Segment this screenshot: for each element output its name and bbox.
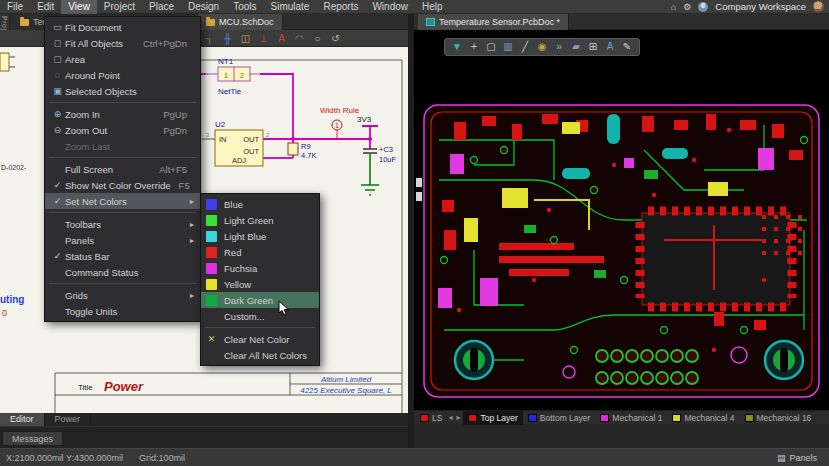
menu-item[interactable]: Grids xyxy=(45,287,200,303)
menu-item[interactable] xyxy=(45,280,200,287)
net-color-menu-item[interactable]: Yellow xyxy=(201,276,319,292)
nettie-symbol[interactable]: NT1 1 2 NetTie xyxy=(206,57,260,96)
net-color-menu-item[interactable]: Red xyxy=(201,244,319,260)
menu-item[interactable]: ⊕ Zoom In PgUp xyxy=(45,106,200,122)
menu-item[interactable]: Zoom Last xyxy=(45,138,200,154)
account-avatar[interactable] xyxy=(813,1,824,12)
menubar-item[interactable]: Tools xyxy=(226,0,263,14)
net-color-menu-item[interactable]: ✕ Clear Net Color xyxy=(201,331,319,347)
drawing-tools-icon[interactable]: ◠ xyxy=(292,31,307,46)
layer-set-color-swatch xyxy=(420,414,429,422)
panels-icon: ▤ xyxy=(777,451,786,465)
wire-mode-icon[interactable]: ┐ xyxy=(202,31,217,46)
capacitor-symbol[interactable]: +C3 10uF xyxy=(363,145,397,164)
menu-item[interactable]: Show Net Color Override F5 xyxy=(45,177,200,193)
polygon-icon[interactable]: ▰ xyxy=(569,39,583,55)
menu-item[interactable]: Panels xyxy=(45,232,200,248)
filter-icon[interactable]: ▼ xyxy=(450,39,464,55)
menubar-item[interactable]: Simulate xyxy=(264,0,317,14)
width-rule-directive[interactable]: Width Rule 1 xyxy=(320,106,360,139)
menu-item[interactable] xyxy=(45,154,200,161)
power-port-3v3[interactable]: 3V3 xyxy=(357,115,372,124)
home-icon[interactable]: ⌂ xyxy=(671,0,676,14)
menu-item[interactable]: Toolbars xyxy=(45,216,200,232)
mounting-hole-left xyxy=(455,341,493,379)
layer-tab[interactable]: Bottom Layer xyxy=(523,411,596,425)
menubar-item[interactable]: Project xyxy=(97,0,142,14)
panels-button[interactable]: ▤ Panels xyxy=(771,451,823,465)
menubar-item[interactable]: Help xyxy=(415,0,450,14)
document-tab[interactable]: MCU.SchDoc xyxy=(198,14,283,30)
partial-left-objects: D-0202- uting 0 xyxy=(0,53,27,318)
menu-item[interactable]: Command Status xyxy=(45,264,200,280)
menu-item[interactable]: ▣ Selected Objects xyxy=(45,83,200,99)
menu-item[interactable] xyxy=(45,209,200,216)
editor-mode-tab[interactable]: Power xyxy=(45,413,92,426)
menubar-item[interactable]: Place xyxy=(142,0,181,14)
layer-scroll-prev-icon[interactable]: ◂ xyxy=(447,413,453,422)
net-color-menu-item[interactable]: Fuchsia xyxy=(201,260,319,276)
layer-tab[interactable]: Mechanical 1 xyxy=(595,411,667,425)
board-insight-icon[interactable]: ▥ xyxy=(501,39,515,55)
menu-item-shortcut: F5 xyxy=(171,180,190,191)
user-avatar-icon[interactable] xyxy=(698,2,708,12)
select-area-icon[interactable]: ▢ xyxy=(484,39,498,55)
menubar-item[interactable]: Edit xyxy=(30,0,61,14)
ground-symbol[interactable] xyxy=(361,153,379,195)
svg-text:U2: U2 xyxy=(215,120,226,129)
menu-item[interactable] xyxy=(45,99,200,106)
via-icon[interactable]: ◉ xyxy=(535,39,549,55)
part-icon[interactable]: ◫ xyxy=(238,31,253,46)
menu-item[interactable]: ▢ Area xyxy=(45,51,200,67)
menu-item[interactable]: ◌ Around Point xyxy=(45,67,200,83)
workspace-label[interactable]: Company Workspace xyxy=(715,1,806,12)
menubar-item[interactable]: File xyxy=(0,0,30,14)
text-string-icon[interactable]: A xyxy=(274,31,289,46)
layer-set-selector[interactable]: LS xyxy=(417,413,445,423)
editor-mode-tab[interactable]: Editor xyxy=(0,413,45,426)
refresh-icon[interactable]: ↺ xyxy=(328,31,343,46)
bus-icon[interactable]: ╫ xyxy=(220,31,235,46)
menubar-item[interactable]: View xyxy=(61,0,97,14)
net-color-menu-item[interactable] xyxy=(201,324,319,331)
document-tab[interactable]: Temperature Sensor.PcbDoc * xyxy=(418,14,569,30)
menu-item-label: Blue xyxy=(224,199,313,210)
menu-item[interactable]: Set Net Colors xyxy=(45,193,200,209)
settings-gear-icon[interactable]: ⚙ xyxy=(683,0,691,14)
net-color-menu-item[interactable]: Custom... xyxy=(201,308,319,324)
route-icon[interactable]: » xyxy=(552,39,566,55)
net-color-swatch xyxy=(206,247,217,258)
menubar-item[interactable]: Reports xyxy=(316,0,365,14)
menu-item[interactable]: Toggle Units xyxy=(45,303,200,319)
layer-tab[interactable]: Top Layer xyxy=(463,411,522,425)
layer-tab[interactable]: Mechanical 4 xyxy=(667,411,739,425)
editor-mode-tabs: Editor Power xyxy=(0,413,408,426)
pcb-canvas[interactable] xyxy=(414,30,829,410)
net-color-menu-item[interactable]: Dark Green xyxy=(201,292,319,308)
circle-tool-icon[interactable]: ○ xyxy=(310,31,325,46)
pencil-icon[interactable]: ✎ xyxy=(620,39,634,55)
menu-item[interactable]: Full Screen Alt+F5 xyxy=(45,161,200,177)
string-icon[interactable]: A xyxy=(603,39,617,55)
grid-icon[interactable]: ⊞ xyxy=(586,39,600,55)
layer-scroll-next-icon[interactable]: ▸ xyxy=(455,413,461,422)
menu-item-icon: ◻ xyxy=(50,38,65,48)
add-object-icon[interactable]: + xyxy=(467,39,481,55)
measure-distance-icon[interactable]: ╱ xyxy=(518,39,532,55)
menu-item[interactable]: ◻ Fit All Objects Ctrl+PgDn xyxy=(45,35,200,51)
menu-item[interactable]: ▭ Fit Document xyxy=(45,19,200,35)
messages-panel-tab[interactable]: Messages xyxy=(2,431,63,446)
svg-text:2: 2 xyxy=(266,132,270,138)
svg-text:Title: Title xyxy=(78,383,93,392)
net-color-menu-item[interactable]: Light Green xyxy=(201,212,319,228)
layer-tab[interactable]: Mechanical 16 xyxy=(740,411,817,425)
menubar-item[interactable]: Design xyxy=(181,0,226,14)
regulator-symbol[interactable]: U2 IN OUT OUT ADJ 3 2 xyxy=(202,120,270,166)
menubar-item[interactable]: Window xyxy=(365,0,415,14)
net-color-menu-item[interactable]: Blue xyxy=(201,196,319,212)
net-color-menu-item[interactable]: Clear All Net Colors xyxy=(201,347,319,363)
menu-item[interactable]: Status Bar xyxy=(45,248,200,264)
power-port-icon[interactable]: ⊥ xyxy=(256,31,271,46)
net-color-menu-item[interactable]: Light Blue xyxy=(201,228,319,244)
menu-item[interactable]: ⊖ Zoom Out PgDn xyxy=(45,122,200,138)
